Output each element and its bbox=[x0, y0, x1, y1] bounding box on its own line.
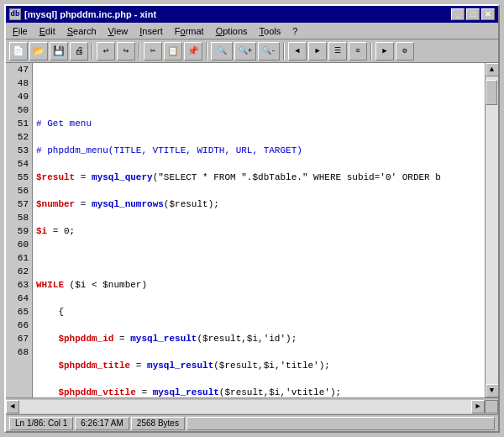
time-display: 6:26:17 AM bbox=[75, 417, 129, 430]
align-btn[interactable]: ☰ bbox=[328, 42, 347, 61]
separator-5 bbox=[370, 43, 372, 60]
horizontal-scrollbar[interactable]: ◄ ► bbox=[6, 400, 485, 413]
cursor-position: Ln 1/86: Col 1 bbox=[9, 417, 73, 430]
window-title: [mysql] phpddm.inc.php - xint bbox=[24, 9, 156, 19]
scroll-track-h[interactable] bbox=[19, 400, 471, 413]
open-button[interactable]: 📂 bbox=[29, 42, 48, 61]
scroll-down-button[interactable]: ▼ bbox=[486, 384, 499, 398]
search-btn1[interactable]: 🔍 bbox=[211, 42, 233, 61]
scroll-right-button[interactable]: ► bbox=[471, 400, 485, 413]
scroll-left-button[interactable]: ◄ bbox=[6, 400, 19, 413]
indent-left[interactable]: ◄ bbox=[288, 42, 307, 61]
paste-button[interactable]: 📌 bbox=[184, 42, 202, 61]
scroll-up-button[interactable]: ▲ bbox=[486, 63, 499, 76]
corner-box bbox=[485, 400, 498, 413]
search-btn3[interactable]: 🔍- bbox=[258, 42, 280, 61]
new-button[interactable]: 📄 bbox=[9, 42, 28, 61]
title-bar-left: db [mysql] phpddm.inc.php - xint bbox=[9, 8, 156, 20]
menu-options[interactable]: Options bbox=[211, 25, 253, 37]
separator-3 bbox=[206, 43, 207, 60]
cut-button[interactable]: ✂ bbox=[144, 42, 162, 61]
menu-file[interactable]: File bbox=[8, 25, 33, 37]
scroll-thumb-v[interactable] bbox=[486, 80, 497, 105]
main-window: db [mysql] phpddm.inc.php - xint _ □ ✕ F… bbox=[4, 4, 500, 433]
code-editor[interactable]: # Get menu # phpddm_menu(TITLE, VTITLE, … bbox=[33, 63, 485, 398]
close-button[interactable]: ✕ bbox=[481, 8, 495, 20]
redo-button[interactable]: ↪ bbox=[117, 42, 135, 61]
menu-edit[interactable]: Edit bbox=[34, 25, 60, 37]
app-icon: db bbox=[9, 8, 21, 20]
file-size: 2568 Bytes bbox=[131, 417, 185, 430]
line-numbers: 47 48 49 50 51 52 53 54 55 56 57 58 59 6… bbox=[6, 63, 33, 398]
menu-search[interactable]: Search bbox=[62, 25, 102, 37]
status-bar: Ln 1/86: Col 1 6:26:17 AM 2568 Bytes bbox=[6, 414, 498, 431]
toolbar: 📄 📂 💾 🖨 ↩ ↪ ✂ 📋 📌 🔍 🔍+ 🔍- ◄ ► ☰ ≡ ▶ ⚙ bbox=[6, 39, 498, 63]
save-button[interactable]: 💾 bbox=[50, 42, 68, 61]
bottom-bar: ◄ ► bbox=[6, 398, 498, 414]
indent-right[interactable]: ► bbox=[308, 42, 327, 61]
minimize-button[interactable]: _ bbox=[451, 8, 465, 20]
scroll-track-v[interactable] bbox=[486, 76, 498, 384]
vertical-scrollbar[interactable]: ▲ ▼ bbox=[485, 63, 498, 398]
title-buttons: _ □ ✕ bbox=[451, 8, 495, 20]
extra-button[interactable]: ⚙ bbox=[396, 42, 414, 61]
maximize-button[interactable]: □ bbox=[466, 8, 480, 20]
copy-button[interactable]: 📋 bbox=[164, 42, 182, 61]
menu-view[interactable]: View bbox=[103, 25, 134, 37]
format-btn[interactable]: ≡ bbox=[349, 42, 367, 61]
menu-help[interactable]: ? bbox=[287, 25, 302, 37]
separator-2 bbox=[139, 43, 140, 60]
extra-status bbox=[186, 417, 495, 430]
print-button[interactable]: 🖨 bbox=[70, 42, 88, 61]
title-bar: db [mysql] phpddm.inc.php - xint _ □ ✕ bbox=[6, 6, 498, 23]
undo-button[interactable]: ↩ bbox=[97, 42, 115, 61]
run-button[interactable]: ▶ bbox=[375, 42, 394, 61]
separator-4 bbox=[283, 43, 285, 60]
search-btn2[interactable]: 🔍+ bbox=[234, 42, 256, 61]
menu-insert[interactable]: Insert bbox=[134, 25, 168, 37]
separator-1 bbox=[92, 43, 93, 60]
menu-format[interactable]: Format bbox=[170, 25, 209, 37]
menu-tools[interactable]: Tools bbox=[255, 25, 286, 37]
menu-bar: File Edit Search View Insert Format Opti… bbox=[6, 23, 498, 39]
editor-container: 47 48 49 50 51 52 53 54 55 56 57 58 59 6… bbox=[6, 63, 498, 398]
